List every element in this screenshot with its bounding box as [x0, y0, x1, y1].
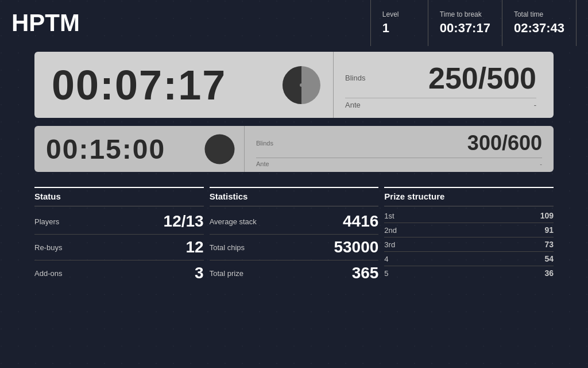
- row-label: Re-buys: [34, 243, 62, 252]
- row-value: 365: [352, 264, 379, 282]
- secondary-timer: 00:15:00 Blinds 300/600 Ante -: [34, 126, 554, 172]
- row-label: 3rd: [384, 240, 395, 249]
- row-label: Add-ons: [34, 269, 62, 278]
- total-time-stat: Total time 02:37:43: [502, 0, 577, 46]
- secondary-ante-row: Ante -: [256, 158, 542, 170]
- level-value: 1: [382, 21, 416, 36]
- secondary-ante-value: -: [540, 160, 542, 167]
- time-to-break-value: 00:37:17: [440, 21, 490, 36]
- table-row: 4 54: [384, 252, 554, 266]
- svg-point-1: [300, 83, 303, 87]
- svg-point-2: [205, 134, 235, 164]
- secondary-blinds-section: Blinds 300/600 Ante -: [244, 126, 542, 172]
- table-row: Add-ons 3: [34, 260, 204, 286]
- header-stats: Level 1 Time to break 00:37:17 Total tim…: [370, 0, 577, 46]
- total-time-label: Total time: [514, 10, 564, 18]
- row-value: 53000: [334, 238, 378, 256]
- row-label: Average stack: [210, 217, 257, 226]
- secondary-blinds-row: Blinds 300/600: [256, 129, 542, 158]
- blinds-value: 250/500: [428, 61, 536, 95]
- row-value: 109: [540, 211, 554, 220]
- prize-title: Prize structure: [384, 188, 554, 206]
- ante-label: Ante: [345, 101, 361, 109]
- primary-timer-display: 00:07:17: [52, 62, 270, 109]
- primary-pie-chart: [281, 65, 322, 105]
- row-value: 54: [544, 254, 554, 263]
- statistics-rows: Average stack 4416 Total chips 53000 Tot…: [210, 209, 379, 286]
- table-row: 5 36: [384, 266, 554, 280]
- secondary-blinds-label: Blinds: [256, 140, 273, 147]
- row-label: Players: [34, 217, 59, 226]
- level-label: Level: [382, 10, 416, 18]
- secondary-pie-chart: [204, 133, 235, 165]
- secondary-timer-display: 00:15:00: [46, 133, 195, 165]
- row-label: 2nd: [384, 226, 397, 235]
- table-row: Average stack 4416: [210, 209, 379, 235]
- statistics-panel: Statistics Average stack 4416 Total chip…: [210, 187, 379, 286]
- prize-panel: Prize structure 1st 109 2nd 91 3rd 73 4 …: [384, 187, 554, 286]
- table-row: Total prize 365: [210, 260, 379, 286]
- row-value: 12/13: [164, 212, 204, 231]
- table-row: Players 12/13: [34, 209, 204, 235]
- primary-blinds-section: Blinds 250/500 Ante -: [333, 52, 536, 118]
- row-label: Total chips: [210, 243, 245, 252]
- row-label: 5: [384, 269, 388, 278]
- status-title: Status: [34, 188, 204, 206]
- row-value: 91: [544, 225, 554, 235]
- blinds-row: Blinds 250/500: [345, 59, 536, 98]
- stats-section: Status Players 12/13 Re-buys 12 Add-ons …: [0, 178, 588, 286]
- row-value: 4416: [343, 212, 378, 231]
- status-panel: Status Players 12/13 Re-buys 12 Add-ons …: [34, 187, 204, 286]
- secondary-ante-label: Ante: [256, 160, 269, 167]
- table-row: 2nd 91: [384, 223, 554, 237]
- timers-area: 00:07:17 Blinds 250/500 Ante - 00:15:00: [0, 46, 588, 178]
- app-logo: HPTM: [11, 0, 370, 46]
- table-row: Total chips 53000: [210, 235, 379, 260]
- table-row: 3rd 73: [384, 237, 554, 252]
- table-row: Re-buys 12: [34, 235, 204, 260]
- time-to-break-label: Time to break: [440, 10, 490, 18]
- row-value: 12: [186, 238, 204, 256]
- primary-timer: 00:07:17 Blinds 250/500 Ante -: [34, 52, 554, 118]
- row-label: 1st: [384, 212, 394, 220]
- time-to-break-stat: Time to break 00:37:17: [428, 0, 502, 46]
- row-value: 36: [544, 269, 554, 278]
- statistics-title: Statistics: [210, 188, 379, 206]
- row-label: 4: [384, 255, 388, 263]
- ante-value: -: [534, 101, 536, 109]
- secondary-blinds-value: 300/600: [467, 131, 542, 155]
- table-row: 1st 109: [384, 209, 554, 223]
- blinds-label: Blinds: [345, 74, 365, 82]
- total-time-value: 02:37:43: [514, 21, 564, 36]
- row-label: Total prize: [210, 269, 243, 278]
- row-value: 3: [195, 264, 204, 282]
- status-rows: Players 12/13 Re-buys 12 Add-ons 3: [34, 209, 204, 286]
- row-value: 73: [544, 240, 554, 249]
- header: HPTM Level 1 Time to break 00:37:17 Tota…: [0, 0, 588, 46]
- ante-row: Ante -: [345, 98, 536, 112]
- prize-rows: 1st 109 2nd 91 3rd 73 4 54 5 36: [384, 209, 554, 280]
- level-stat: Level 1: [370, 0, 428, 46]
